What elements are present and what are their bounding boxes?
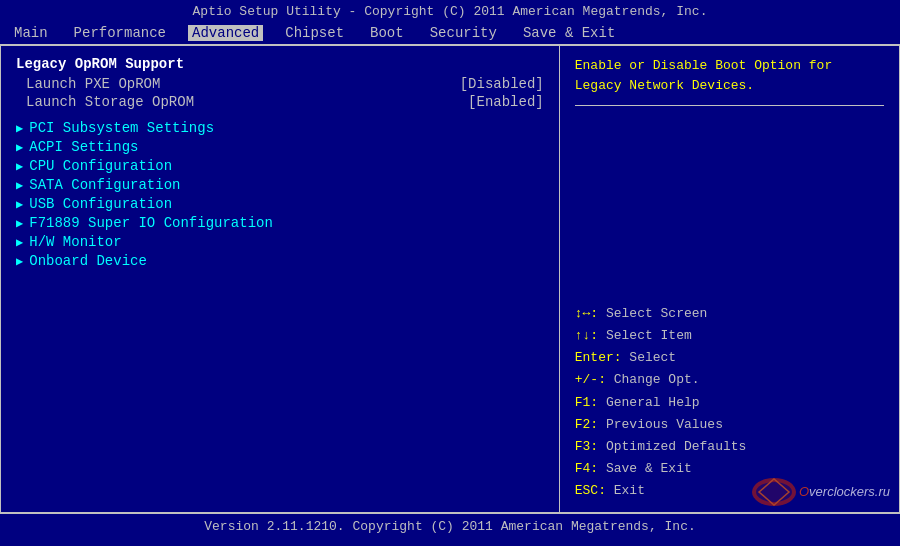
key-hint: ↕↔: Select Screen xyxy=(575,303,884,325)
main-content: Legacy OpROM Support Launch PXE OpROM[Di… xyxy=(0,45,900,513)
menu-item-performance[interactable]: Performance xyxy=(70,25,170,41)
menu-entry[interactable]: ▶Onboard Device xyxy=(16,253,544,269)
svg-point-1 xyxy=(756,482,792,502)
menu-entry-label: H/W Monitor xyxy=(29,234,121,250)
menu-item-main[interactable]: Main xyxy=(10,25,52,41)
watermark-logo xyxy=(749,474,799,509)
watermark: Overclockers.ru xyxy=(749,474,890,509)
footer: Version 2.11.1210. Copyright (C) 2011 Am… xyxy=(0,513,900,539)
key-label: F1: xyxy=(575,395,598,410)
menu-entry[interactable]: ▶USB Configuration xyxy=(16,196,544,212)
key-desc: Optimized Defaults xyxy=(598,439,746,454)
menu-item-save--exit[interactable]: Save & Exit xyxy=(519,25,619,41)
menu-entry[interactable]: ▶H/W Monitor xyxy=(16,234,544,250)
menu-entry[interactable]: ▶F71889 Super IO Configuration xyxy=(16,215,544,231)
key-label: F4: xyxy=(575,461,598,476)
help-text: Enable or Disable Boot Option for Legacy… xyxy=(575,56,884,106)
title-text: Aptio Setup Utility - Copyright (C) 2011… xyxy=(193,4,708,19)
key-label: ESC: xyxy=(575,483,606,498)
arrow-icon: ▶ xyxy=(16,197,23,212)
key-desc: Exit xyxy=(606,483,645,498)
key-hint: F2: Previous Values xyxy=(575,414,884,436)
key-hint: +/-: Change Opt. xyxy=(575,369,884,391)
key-label: Enter: xyxy=(575,350,622,365)
setting-row: Launch PXE OpROM[Disabled] xyxy=(16,76,544,92)
menu-bar: MainPerformanceAdvancedChipsetBootSecuri… xyxy=(0,23,900,45)
setting-value[interactable]: [Disabled] xyxy=(460,76,544,92)
key-desc: Change Opt. xyxy=(606,372,700,387)
menu-entry-label: SATA Configuration xyxy=(29,177,180,193)
menu-entries: ▶PCI Subsystem Settings▶ACPI Settings▶CP… xyxy=(16,120,544,269)
menu-item-boot[interactable]: Boot xyxy=(366,25,408,41)
key-desc: Select Screen xyxy=(598,306,707,321)
menu-entry-label: USB Configuration xyxy=(29,196,172,212)
menu-entry[interactable]: ▶PCI Subsystem Settings xyxy=(16,120,544,136)
right-panel: Enable or Disable Boot Option for Legacy… xyxy=(560,46,899,512)
title-bar: Aptio Setup Utility - Copyright (C) 2011… xyxy=(0,0,900,23)
menu-entry-label: Onboard Device xyxy=(29,253,147,269)
setting-value[interactable]: [Enabled] xyxy=(468,94,544,110)
menu-entry-label: PCI Subsystem Settings xyxy=(29,120,214,136)
arrow-icon: ▶ xyxy=(16,235,23,250)
watermark-text: Overclockers.ru xyxy=(799,484,890,499)
arrow-icon: ▶ xyxy=(16,178,23,193)
setting-label: Launch PXE OpROM xyxy=(26,76,160,92)
key-desc: Select Item xyxy=(598,328,692,343)
key-hint: F1: General Help xyxy=(575,392,884,414)
arrow-icon: ▶ xyxy=(16,121,23,136)
settings-rows: Launch PXE OpROM[Disabled]Launch Storage… xyxy=(16,76,544,110)
setting-label: Launch Storage OpROM xyxy=(26,94,194,110)
menu-entry-label: F71889 Super IO Configuration xyxy=(29,215,273,231)
key-label: F2: xyxy=(575,417,598,432)
key-desc: Previous Values xyxy=(598,417,723,432)
footer-text: Version 2.11.1210. Copyright (C) 2011 Am… xyxy=(204,519,695,534)
menu-entry-label: CPU Configuration xyxy=(29,158,172,174)
menu-entry[interactable]: ▶ACPI Settings xyxy=(16,139,544,155)
key-desc: General Help xyxy=(598,395,699,410)
key-label: F3: xyxy=(575,439,598,454)
arrow-icon: ▶ xyxy=(16,254,23,269)
menu-entry-label: ACPI Settings xyxy=(29,139,138,155)
key-label: ↕↔: xyxy=(575,306,598,321)
arrow-icon: ▶ xyxy=(16,216,23,231)
menu-entry[interactable]: ▶CPU Configuration xyxy=(16,158,544,174)
key-desc: Select xyxy=(622,350,677,365)
section-title: Legacy OpROM Support xyxy=(16,56,544,72)
key-desc: Save & Exit xyxy=(598,461,692,476)
key-label: +/-: xyxy=(575,372,606,387)
key-label: ↑↓: xyxy=(575,328,598,343)
key-hint: ↑↓: Select Item xyxy=(575,325,884,347)
key-help: ↕↔: Select Screen↑↓: Select ItemEnter: S… xyxy=(575,303,884,502)
menu-item-security[interactable]: Security xyxy=(426,25,501,41)
left-panel: Legacy OpROM Support Launch PXE OpROM[Di… xyxy=(1,46,560,512)
setting-row: Launch Storage OpROM[Enabled] xyxy=(16,94,544,110)
menu-entry[interactable]: ▶SATA Configuration xyxy=(16,177,544,193)
menu-item-chipset[interactable]: Chipset xyxy=(281,25,348,41)
menu-item-advanced[interactable]: Advanced xyxy=(188,25,263,41)
key-hint: F3: Optimized Defaults xyxy=(575,436,884,458)
arrow-icon: ▶ xyxy=(16,159,23,174)
key-hint: Enter: Select xyxy=(575,347,884,369)
arrow-icon: ▶ xyxy=(16,140,23,155)
